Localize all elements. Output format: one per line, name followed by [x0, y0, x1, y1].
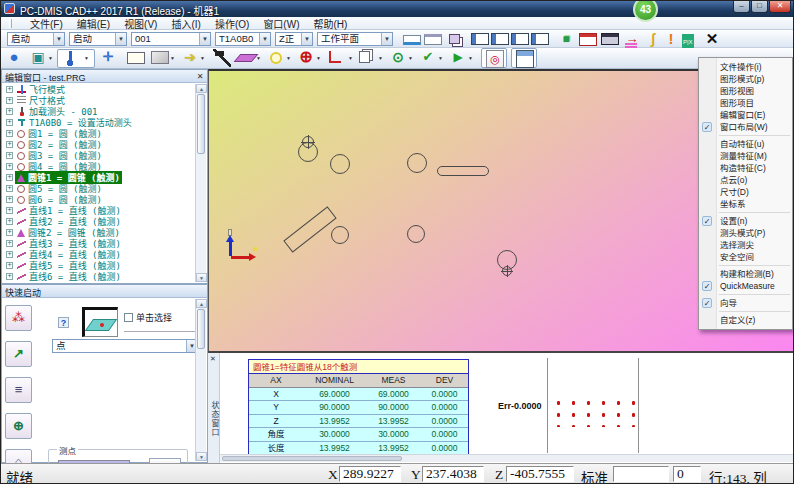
- close-icon[interactable]: [195, 72, 205, 82]
- expand-icon[interactable]: [6, 86, 13, 93]
- edit-window-header[interactable]: 编辑窗口 - test.PRG: [2, 70, 207, 83]
- active-tip-combobox[interactable]: T1A0B0: [215, 32, 271, 46]
- menu-item[interactable]: 点云(o): [699, 174, 792, 186]
- menu-item-checked[interactable]: QuickMeasure: [699, 280, 792, 292]
- scroll-down-icon[interactable]: ▼: [196, 273, 207, 282]
- scrollbar-thumb[interactable]: [197, 94, 205, 154]
- chevron-down-icon[interactable]: [301, 33, 312, 45]
- menu-help[interactable]: 帮助(H): [313, 16, 347, 31]
- expand-icon[interactable]: [6, 273, 13, 280]
- tree-item[interactable]: 直线6 = 直线 (触测): [3, 271, 195, 282]
- menu-item[interactable]: 安全空间: [699, 251, 792, 263]
- quick-start-header[interactable]: 快速启动: [2, 285, 207, 298]
- maximize-button[interactable]: □: [751, 1, 768, 13]
- menu-item[interactable]: 图形模式(p): [699, 73, 792, 85]
- qs-probe-button[interactable]: [5, 305, 32, 331]
- cad-slot[interactable]: [437, 166, 489, 176]
- expand-icon[interactable]: [6, 218, 13, 225]
- expand-icon[interactable]: [6, 207, 13, 214]
- cascade-windows-icon[interactable]: [449, 34, 460, 44]
- checkbox-icon[interactable]: [124, 313, 133, 322]
- dropdown-caret-icon[interactable]: [47, 49, 54, 67]
- sphere-mode-icon[interactable]: [5, 49, 23, 67]
- cad-rectangle[interactable]: [283, 206, 336, 252]
- wireframe-box-icon[interactable]: [151, 51, 169, 64]
- hammer-tool-icon[interactable]: [213, 49, 231, 67]
- tree-scrollbar[interactable]: ▲ ▼: [195, 84, 206, 282]
- menu-window[interactable]: 窗口(W): [263, 16, 299, 31]
- qs-dimension-button[interactable]: [5, 377, 32, 403]
- report-template-icon[interactable]: [601, 33, 619, 45]
- expand-icon[interactable]: [6, 185, 13, 192]
- comment-icon[interactable]: [127, 52, 145, 64]
- minimized-window-icon[interactable]: [403, 35, 421, 45]
- report-window-icon[interactable]: [471, 33, 489, 45]
- feature-type-combobox[interactable]: 点: [52, 339, 198, 353]
- expand-icon[interactable]: [6, 130, 13, 137]
- chevron-down-icon[interactable]: [199, 33, 210, 45]
- chevron-down-icon[interactable]: [259, 33, 270, 45]
- cad-circle[interactable]: [407, 225, 425, 243]
- cad-circle[interactable]: [331, 226, 349, 244]
- cad-circle[interactable]: [298, 142, 318, 162]
- dropdown-caret-icon[interactable]: [285, 49, 292, 67]
- expand-icon[interactable]: [6, 108, 13, 115]
- execute-arrow-icon[interactable]: [623, 31, 641, 49]
- expand-icon[interactable]: [6, 141, 13, 148]
- click-select-checkbox[interactable]: 单击选择: [124, 311, 172, 324]
- clipboard-icon[interactable]: [579, 33, 597, 46]
- cad-circle[interactable]: [330, 154, 350, 174]
- mode-combobox[interactable]: 启动: [69, 32, 127, 46]
- expand-icon[interactable]: [6, 240, 13, 247]
- status-window-tab[interactable]: 状态窗口: [209, 401, 220, 437]
- breakpoint-icon[interactable]: [662, 31, 680, 49]
- circle-feature-icon[interactable]: [267, 49, 285, 67]
- plane-preview-button[interactable]: [82, 307, 118, 337]
- copy-pages-icon[interactable]: [359, 51, 370, 63]
- dropdown-caret-icon[interactable]: [347, 49, 354, 67]
- menu-item[interactable]: 构造特征(C): [699, 162, 792, 174]
- menu-item[interactable]: 选择测尖: [699, 239, 792, 251]
- report-window-icon[interactable]: [511, 33, 529, 45]
- probe-path-icon[interactable]: [644, 31, 662, 49]
- chevron-down-icon[interactable]: [115, 33, 126, 45]
- cad-circle-marker[interactable]: [502, 266, 512, 276]
- export-excel-icon[interactable]: [681, 31, 699, 49]
- expand-icon[interactable]: [6, 163, 13, 170]
- menu-file[interactable]: 文件(F): [30, 16, 63, 31]
- menu-item[interactable]: 自定义(z): [699, 314, 792, 326]
- scroll-up-icon[interactable]: ▲: [196, 84, 207, 93]
- scrollbar-thumb[interactable]: [197, 309, 205, 349]
- probe-icon[interactable]: [61, 50, 79, 68]
- cad-circle[interactable]: [407, 153, 427, 173]
- scroll-down-icon[interactable]: ▼: [196, 452, 207, 461]
- expand-icon[interactable]: [6, 97, 13, 104]
- minimize-button[interactable]: –: [733, 1, 750, 13]
- scroll-up-icon[interactable]: ▲: [196, 299, 207, 308]
- menu-item[interactable]: 图形项目: [699, 97, 792, 109]
- dropdown-caret-icon[interactable]: [83, 49, 90, 67]
- menu-item-checked[interactable]: 设置(n): [699, 215, 792, 227]
- report-hscrollbar[interactable]: [220, 454, 793, 462]
- chevron-down-icon[interactable]: [53, 33, 64, 45]
- target-feature-icon[interactable]: [297, 49, 315, 67]
- workplane-combobox[interactable]: Z正: [275, 32, 313, 46]
- expand-icon[interactable]: [6, 174, 13, 181]
- menu-item[interactable]: 图形视图: [699, 85, 792, 97]
- pan-arrows-icon[interactable]: [99, 49, 117, 67]
- menu-operation[interactable]: 操作(O): [215, 16, 249, 31]
- menu-item[interactable]: 文件操作(i): [699, 61, 792, 73]
- dropdown-caret-icon[interactable]: [255, 49, 262, 67]
- probe-person-icon[interactable]: [389, 49, 407, 67]
- probe-file-combobox[interactable]: 001: [131, 32, 211, 46]
- close-button[interactable]: ✕: [769, 1, 791, 13]
- menu-item[interactable]: 编辑窗口(E): [699, 109, 792, 121]
- menu-item[interactable]: 尺寸(D): [699, 186, 792, 198]
- checkmark-icon[interactable]: [419, 49, 437, 67]
- menu-item[interactable]: 测量特征(M): [699, 150, 792, 162]
- expand-icon[interactable]: [6, 229, 13, 236]
- menu-item[interactable]: 构建和检测(B): [699, 268, 792, 280]
- menu-edit[interactable]: 编辑(E): [77, 16, 110, 31]
- dropdown-caret-icon[interactable]: [199, 49, 206, 67]
- menu-view[interactable]: 视图(V): [124, 16, 157, 31]
